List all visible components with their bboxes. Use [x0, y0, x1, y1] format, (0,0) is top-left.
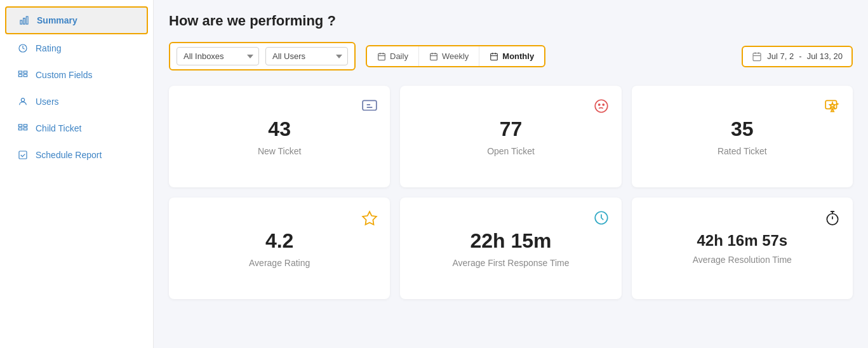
svg-marker-24: [363, 211, 377, 225]
custom-fields-icon: [17, 70, 29, 80]
svg-rect-12: [23, 128, 27, 130]
svg-point-19: [595, 100, 608, 112]
svg-rect-11: [18, 128, 22, 130]
average-rating-card: 4.2 Average Rating: [169, 197, 390, 299]
daily-label: Daily: [390, 51, 408, 61]
filters-row: All Inboxes All Users Daily Weekly Month…: [169, 42, 853, 70]
stopwatch-icon: [824, 209, 841, 227]
new-ticket-value: 43: [268, 117, 291, 141]
sidebar-item-summary-label: Summary: [37, 15, 77, 25]
average-rating-label: Average Rating: [249, 258, 310, 268]
weekly-label: Weekly: [442, 51, 469, 61]
resolution-time-value: 42h 16m 57s: [697, 232, 787, 250]
sidebar: Summary Rating Custom Fields Users Child…: [0, 0, 154, 348]
cards-grid: 43 New Ticket 77 Open Ticket 35 Rated Ti…: [169, 86, 853, 299]
bar-chart-icon: [18, 15, 30, 25]
svg-rect-10: [23, 124, 27, 126]
svg-point-21: [603, 104, 604, 105]
sidebar-item-child-ticket[interactable]: Child Ticket: [5, 116, 148, 141]
sidebar-item-users-label: Users: [36, 97, 59, 107]
svg-rect-7: [23, 74, 27, 76]
date-range-picker[interactable]: Jul 7, 2 - Jul 13, 20: [742, 46, 853, 67]
clock-icon: [592, 209, 610, 227]
sidebar-item-custom-fields-label: Custom Fields: [36, 70, 92, 80]
user-icon: [17, 97, 29, 107]
daily-button[interactable]: Daily: [367, 46, 419, 66]
first-response-card: 22h 15m Average First Response Time: [400, 197, 621, 299]
monthly-icon: [490, 52, 498, 61]
first-response-label: Average First Response Time: [452, 258, 569, 268]
svg-rect-4: [18, 71, 22, 73]
main-content: How are we performing ? All Inboxes All …: [154, 0, 868, 348]
svg-rect-1: [23, 18, 25, 24]
monthly-label: Monthly: [502, 51, 534, 61]
svg-rect-18: [363, 100, 377, 110]
sidebar-item-child-ticket-label: Child Ticket: [36, 123, 81, 133]
user-select[interactable]: All Users: [265, 47, 348, 65]
svg-rect-6: [18, 74, 22, 76]
svg-rect-14: [378, 53, 385, 60]
svg-point-8: [21, 98, 24, 102]
svg-point-26: [827, 214, 838, 225]
svg-point-20: [598, 104, 599, 105]
sidebar-item-rating-label: Rating: [36, 43, 61, 53]
circle-icon: [17, 43, 29, 53]
new-ticket-label: New Ticket: [258, 146, 301, 156]
message-icon: [361, 97, 378, 115]
open-ticket-label: Open Ticket: [487, 146, 535, 156]
open-ticket-card: 77 Open Ticket: [400, 86, 621, 187]
rated-ticket-card: 35 Rated Ticket: [632, 86, 853, 187]
resolution-time-card: 42h 16m 57s Average Resolution Time: [632, 197, 853, 299]
inbox-select[interactable]: All Inboxes: [177, 47, 259, 65]
daily-icon: [377, 52, 386, 61]
first-response-value: 22h 15m: [470, 229, 551, 253]
date-end: Jul 13, 20: [807, 51, 843, 61]
child-ticket-icon: [17, 123, 29, 133]
sad-face-icon: [592, 97, 610, 115]
sidebar-item-rating[interactable]: Rating: [5, 36, 148, 61]
weekly-button[interactable]: Weekly: [419, 46, 479, 66]
period-selector: Daily Weekly Monthly: [366, 45, 545, 67]
rated-ticket-value: 35: [731, 117, 754, 141]
sidebar-item-summary[interactable]: Summary: [5, 6, 148, 34]
svg-rect-17: [753, 53, 761, 60]
weekly-icon: [429, 52, 438, 61]
page-title: How are we performing ?: [169, 13, 853, 29]
open-ticket-value: 77: [500, 117, 523, 141]
sidebar-item-schedule-report-label: Schedule Report: [36, 150, 102, 160]
star-icon: [361, 209, 378, 227]
average-rating-value: 4.2: [265, 229, 293, 253]
svg-rect-5: [23, 71, 27, 73]
inbox-user-filter-group: All Inboxes All Users: [169, 42, 356, 70]
svg-rect-15: [431, 53, 437, 60]
date-start: Jul 7, 2: [767, 51, 794, 61]
sidebar-item-users[interactable]: Users: [5, 89, 148, 114]
rated-ticket-label: Rated Ticket: [718, 146, 767, 156]
svg-rect-9: [18, 124, 22, 126]
svg-rect-16: [491, 53, 498, 60]
sidebar-item-custom-fields[interactable]: Custom Fields: [5, 62, 148, 88]
sidebar-item-schedule-report[interactable]: Schedule Report: [5, 142, 148, 168]
monthly-button[interactable]: Monthly: [479, 46, 544, 66]
new-ticket-card: 43 New Ticket: [169, 86, 390, 187]
svg-rect-2: [26, 17, 28, 24]
resolution-time-label: Average Resolution Time: [693, 255, 792, 265]
svg-rect-0: [20, 20, 22, 24]
calendar-icon: [752, 51, 762, 62]
checkbox-icon: [17, 150, 29, 160]
svg-marker-23: [830, 103, 836, 109]
date-separator: -: [799, 51, 801, 61]
message-star-icon: [824, 97, 841, 115]
svg-rect-13: [19, 151, 27, 159]
